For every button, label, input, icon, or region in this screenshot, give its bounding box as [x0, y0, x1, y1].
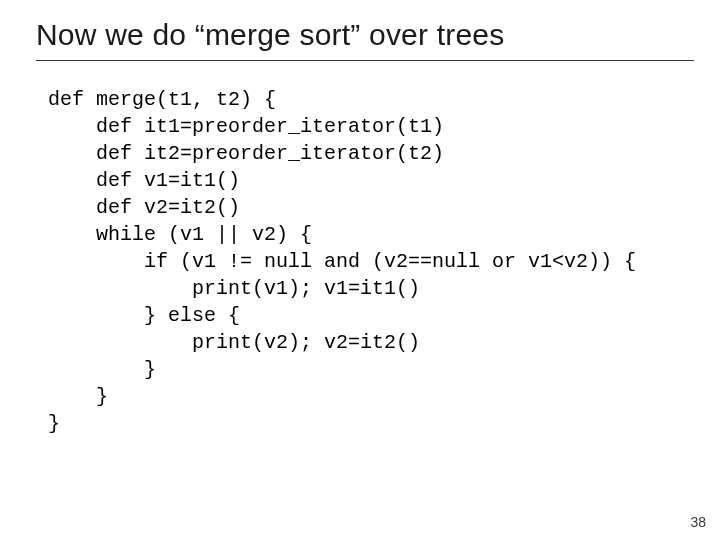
code-line: while (v1 || v2) {	[48, 223, 312, 246]
code-line: def it2=preorder_iterator(t2)	[48, 142, 444, 165]
slide: Now we do “merge sort” over trees def me…	[0, 0, 720, 540]
page-number: 38	[690, 514, 706, 530]
code-line: print(v1); v1=it1()	[48, 277, 420, 300]
slide-title: Now we do “merge sort” over trees	[36, 18, 684, 53]
code-line: }	[48, 385, 108, 408]
title-underline	[36, 60, 694, 61]
code-line: def merge(t1, t2) {	[48, 88, 276, 111]
code-line: }	[48, 412, 60, 435]
code-line: def v2=it2()	[48, 196, 240, 219]
code-block: def merge(t1, t2) { def it1=preorder_ite…	[48, 86, 636, 437]
code-line: def v1=it1()	[48, 169, 240, 192]
code-line: if (v1 != null and (v2==null or v1<v2)) …	[48, 250, 636, 273]
code-line: }	[48, 358, 156, 381]
code-line: } else {	[48, 304, 240, 327]
code-line: def it1=preorder_iterator(t1)	[48, 115, 444, 138]
code-line: print(v2); v2=it2()	[48, 331, 420, 354]
